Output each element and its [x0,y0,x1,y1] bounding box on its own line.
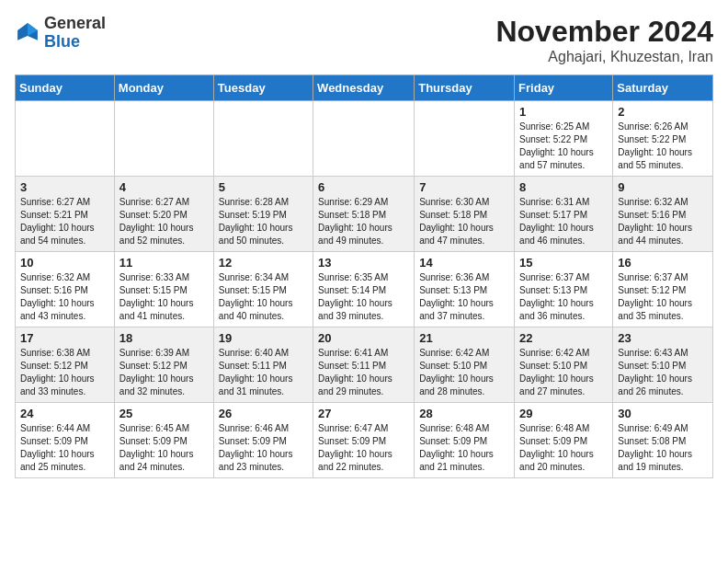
day-number: 9 [618,180,708,194]
day-info: Sunrise: 6:31 AM Sunset: 5:17 PM Dayligh… [519,196,608,247]
calendar-cell: 4Sunrise: 6:27 AM Sunset: 5:20 PM Daylig… [114,177,213,252]
calendar-week-row: 3Sunrise: 6:27 AM Sunset: 5:21 PM Daylig… [16,177,713,252]
day-info: Sunrise: 6:32 AM Sunset: 5:16 PM Dayligh… [20,271,109,323]
calendar-cell: 2Sunrise: 6:26 AM Sunset: 5:22 PM Daylig… [613,101,713,177]
calendar-cell: 28Sunrise: 6:48 AM Sunset: 5:09 PM Dayli… [415,403,515,478]
day-info: Sunrise: 6:42 AM Sunset: 5:10 PM Dayligh… [519,347,608,398]
day-info: Sunrise: 6:45 AM Sunset: 5:09 PM Dayligh… [119,422,209,474]
day-number: 29 [519,407,608,420]
day-info: Sunrise: 6:35 AM Sunset: 5:14 PM Dayligh… [318,271,409,323]
calendar-cell: 3Sunrise: 6:27 AM Sunset: 5:21 PM Daylig… [16,177,115,252]
calendar-cell: 26Sunrise: 6:46 AM Sunset: 5:09 PM Dayli… [213,403,313,478]
day-number: 13 [318,256,409,270]
day-number: 10 [20,256,109,270]
calendar-cell: 25Sunrise: 6:45 AM Sunset: 5:09 PM Dayli… [114,403,213,478]
calendar-cell: 5Sunrise: 6:28 AM Sunset: 5:19 PM Daylig… [213,177,313,252]
calendar-cell: 7Sunrise: 6:30 AM Sunset: 5:18 PM Daylig… [415,177,515,252]
calendar-cell: 13Sunrise: 6:35 AM Sunset: 5:14 PM Dayli… [313,252,415,327]
calendar-cell [16,101,115,177]
day-info: Sunrise: 6:42 AM Sunset: 5:10 PM Dayligh… [419,347,509,398]
day-number: 5 [219,180,308,194]
page-header: General Blue November 2024 Aghajari, Khu… [15,15,713,65]
day-info: Sunrise: 6:37 AM Sunset: 5:13 PM Dayligh… [519,271,608,323]
logo-text: General Blue [44,15,106,52]
calendar-cell [213,101,313,177]
calendar-cell: 15Sunrise: 6:37 AM Sunset: 5:13 PM Dayli… [515,252,613,327]
day-info: Sunrise: 6:48 AM Sunset: 5:09 PM Dayligh… [419,422,509,474]
day-number: 19 [219,331,308,345]
calendar-cell: 1Sunrise: 6:25 AM Sunset: 5:22 PM Daylig… [515,101,613,177]
calendar-cell: 23Sunrise: 6:43 AM Sunset: 5:10 PM Dayli… [613,327,713,403]
calendar-header-wednesday: Wednesday [313,75,415,101]
day-number: 8 [519,180,608,194]
day-info: Sunrise: 6:44 AM Sunset: 5:09 PM Dayligh… [20,422,109,474]
day-number: 4 [119,180,209,194]
calendar-cell: 6Sunrise: 6:29 AM Sunset: 5:18 PM Daylig… [313,177,415,252]
day-number: 15 [519,256,608,270]
calendar-header-row: SundayMondayTuesdayWednesdayThursdayFrid… [16,75,713,101]
calendar-week-row: 10Sunrise: 6:32 AM Sunset: 5:16 PM Dayli… [16,252,713,327]
calendar-cell: 11Sunrise: 6:33 AM Sunset: 5:15 PM Dayli… [114,252,213,327]
day-info: Sunrise: 6:38 AM Sunset: 5:12 PM Dayligh… [20,347,109,398]
calendar-header-tuesday: Tuesday [213,75,313,101]
calendar-cell: 18Sunrise: 6:39 AM Sunset: 5:12 PM Dayli… [114,327,213,403]
calendar-header-saturday: Saturday [613,75,713,101]
day-number: 16 [618,256,708,270]
day-number: 21 [419,331,509,345]
calendar-header-sunday: Sunday [16,75,115,101]
day-info: Sunrise: 6:32 AM Sunset: 5:16 PM Dayligh… [618,196,708,247]
page-subtitle: Aghajari, Khuzestan, Iran [495,49,713,65]
calendar-cell: 16Sunrise: 6:37 AM Sunset: 5:12 PM Dayli… [613,252,713,327]
calendar-cell: 8Sunrise: 6:31 AM Sunset: 5:17 PM Daylig… [515,177,613,252]
day-number: 25 [119,407,209,420]
calendar-cell [114,101,213,177]
page-title: November 2024 [495,15,713,49]
day-number: 14 [419,256,509,270]
day-number: 22 [519,331,608,345]
logo-general: General [44,14,106,32]
day-info: Sunrise: 6:29 AM Sunset: 5:18 PM Dayligh… [318,196,409,247]
logo-blue: Blue [44,32,80,51]
day-number: 2 [618,105,708,119]
day-info: Sunrise: 6:36 AM Sunset: 5:13 PM Dayligh… [419,271,509,323]
day-number: 1 [519,105,608,119]
day-number: 17 [20,331,109,345]
day-info: Sunrise: 6:37 AM Sunset: 5:12 PM Dayligh… [618,271,708,323]
calendar-header-monday: Monday [114,75,213,101]
calendar-cell: 12Sunrise: 6:34 AM Sunset: 5:15 PM Dayli… [213,252,313,327]
calendar-cell [415,101,515,177]
calendar-week-row: 24Sunrise: 6:44 AM Sunset: 5:09 PM Dayli… [16,403,713,478]
calendar-cell: 29Sunrise: 6:48 AM Sunset: 5:09 PM Dayli… [515,403,613,478]
day-number: 6 [318,180,409,194]
calendar-cell: 19Sunrise: 6:40 AM Sunset: 5:11 PM Dayli… [213,327,313,403]
logo-icon [15,20,40,46]
day-info: Sunrise: 6:28 AM Sunset: 5:19 PM Dayligh… [219,196,308,247]
calendar-cell: 20Sunrise: 6:41 AM Sunset: 5:11 PM Dayli… [313,327,415,403]
day-number: 7 [419,180,509,194]
calendar-cell [313,101,415,177]
day-info: Sunrise: 6:39 AM Sunset: 5:12 PM Dayligh… [119,347,209,398]
day-info: Sunrise: 6:43 AM Sunset: 5:10 PM Dayligh… [618,347,708,398]
day-info: Sunrise: 6:46 AM Sunset: 5:09 PM Dayligh… [219,422,308,474]
day-info: Sunrise: 6:25 AM Sunset: 5:22 PM Dayligh… [519,121,608,172]
day-number: 23 [618,331,708,345]
calendar-cell: 27Sunrise: 6:47 AM Sunset: 5:09 PM Dayli… [313,403,415,478]
day-info: Sunrise: 6:34 AM Sunset: 5:15 PM Dayligh… [219,271,308,323]
calendar-header-friday: Friday [515,75,613,101]
title-block: November 2024 Aghajari, Khuzestan, Iran [495,15,713,65]
day-info: Sunrise: 6:49 AM Sunset: 5:08 PM Dayligh… [618,422,708,474]
calendar-cell: 30Sunrise: 6:49 AM Sunset: 5:08 PM Dayli… [613,403,713,478]
day-number: 26 [219,407,308,420]
calendar-table: SundayMondayTuesdayWednesdayThursdayFrid… [15,75,713,478]
day-info: Sunrise: 6:27 AM Sunset: 5:20 PM Dayligh… [119,196,209,247]
day-info: Sunrise: 6:41 AM Sunset: 5:11 PM Dayligh… [318,347,409,398]
day-info: Sunrise: 6:26 AM Sunset: 5:22 PM Dayligh… [618,121,708,172]
calendar-cell: 24Sunrise: 6:44 AM Sunset: 5:09 PM Dayli… [16,403,115,478]
day-number: 27 [318,407,409,420]
calendar-week-row: 17Sunrise: 6:38 AM Sunset: 5:12 PM Dayli… [16,327,713,403]
calendar-header-thursday: Thursday [415,75,515,101]
day-number: 30 [618,407,708,420]
day-number: 28 [419,407,509,420]
calendar-cell: 10Sunrise: 6:32 AM Sunset: 5:16 PM Dayli… [16,252,115,327]
day-number: 11 [119,256,209,270]
